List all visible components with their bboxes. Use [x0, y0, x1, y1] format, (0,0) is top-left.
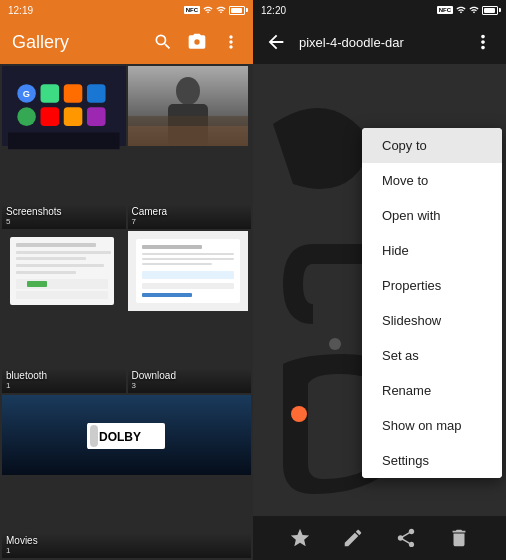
edit-icon[interactable] — [342, 527, 364, 549]
status-icons-right: NFC — [437, 5, 498, 15]
status-bar-right: 12:20 NFC — [253, 0, 506, 20]
more-vert-icon[interactable] — [221, 32, 241, 52]
more-vert-photo-icon[interactable] — [472, 31, 494, 53]
movies-thumb: DOLBY — [2, 395, 251, 479]
photo-header: pixel-4-doodle-dar — [253, 20, 506, 64]
list-item[interactable]: Camera 7 — [128, 66, 252, 229]
star-icon[interactable] — [289, 527, 311, 549]
svg-rect-8 — [64, 107, 83, 126]
svg-point-45 — [329, 338, 341, 350]
gallery-title: Gallery — [12, 32, 69, 53]
battery-icon-right — [482, 6, 498, 15]
svg-rect-25 — [16, 291, 108, 299]
list-item[interactable]: DOLBY Movies 1 — [2, 395, 251, 558]
svg-rect-30 — [142, 253, 234, 255]
svg-rect-19 — [16, 243, 96, 247]
download-preview — [128, 231, 248, 311]
svg-rect-3 — [41, 84, 60, 103]
status-bar-left: 12:19 NFC — [0, 0, 253, 20]
download-label: Download — [132, 370, 248, 381]
svg-rect-9 — [87, 107, 106, 126]
menu-item-copy-to[interactable]: Copy to — [362, 128, 502, 163]
svg-point-6 — [17, 107, 36, 126]
menu-item-move-to[interactable]: Move to — [362, 163, 502, 198]
svg-rect-32 — [142, 263, 212, 265]
camera-preview — [128, 66, 248, 146]
gallery-header: Gallery — [0, 20, 253, 64]
camera-count: 7 — [132, 217, 248, 226]
list-item[interactable]: G Screenshots 5 — [2, 66, 126, 229]
bluetooth-preview — [2, 231, 122, 311]
list-item[interactable]: Download 3 — [128, 231, 252, 394]
signal-icon-left — [203, 5, 213, 15]
camera-label: Camera — [132, 206, 248, 217]
bluetooth-label: bluetooth — [6, 370, 122, 381]
svg-text:G: G — [23, 89, 30, 99]
screenshots-count: 5 — [6, 217, 122, 226]
screenshots-thumb: G — [2, 66, 126, 146]
photo-bottom-bar — [253, 516, 506, 560]
svg-rect-21 — [16, 257, 86, 260]
svg-rect-20 — [16, 251, 111, 254]
svg-rect-35 — [142, 293, 192, 297]
menu-item-hide[interactable]: Hide — [362, 233, 502, 268]
time-right: 12:20 — [261, 5, 286, 16]
screenshots-info: Screenshots 5 — [2, 204, 126, 229]
wifi-icon-right — [469, 5, 479, 15]
movies-preview: DOLBY — [2, 395, 251, 475]
download-thumb — [128, 231, 252, 315]
search-icon[interactable] — [153, 32, 173, 52]
delete-icon[interactable] — [448, 527, 470, 549]
share-icon[interactable] — [395, 527, 417, 549]
menu-item-rename[interactable]: Rename — [362, 373, 502, 408]
menu-item-set-as[interactable]: Set as — [362, 338, 502, 373]
svg-rect-26 — [27, 281, 47, 287]
menu-item-show-on-map[interactable]: Show on map — [362, 408, 502, 443]
camera-info: Camera 7 — [128, 204, 252, 229]
bluetooth-info: bluetooth 1 — [2, 368, 126, 393]
time-left: 12:19 — [8, 5, 33, 16]
left-panel: 12:19 NFC Gallery G — [0, 0, 253, 560]
screenshots-preview: G — [8, 72, 120, 152]
context-menu: Copy to Move to Open with Hide Propertie… — [362, 128, 502, 478]
status-icons-left: NFC — [184, 5, 245, 15]
photo-title: pixel-4-doodle-dar — [299, 35, 460, 50]
movies-count: 1 — [6, 546, 247, 555]
svg-rect-34 — [142, 283, 234, 289]
menu-item-properties[interactable]: Properties — [362, 268, 502, 303]
svg-rect-33 — [142, 271, 234, 279]
download-info: Download 3 — [128, 368, 252, 393]
back-icon[interactable] — [265, 31, 287, 53]
bluetooth-count: 1 — [6, 381, 122, 390]
menu-item-open-with[interactable]: Open with — [362, 198, 502, 233]
svg-rect-4 — [64, 84, 83, 103]
right-panel: 12:20 NFC pixel-4-doodle-dar — [253, 0, 506, 560]
download-count: 3 — [132, 381, 248, 390]
wifi-icon-left — [216, 5, 226, 15]
screenshots-label: Screenshots — [6, 206, 122, 217]
svg-rect-7 — [41, 107, 60, 126]
svg-rect-31 — [142, 258, 234, 260]
camera-icon[interactable] — [187, 32, 207, 52]
nfc-badge-right: NFC — [437, 6, 453, 14]
bluetooth-thumb — [2, 231, 126, 315]
svg-point-13 — [176, 77, 200, 105]
menu-item-slideshow[interactable]: Slideshow — [362, 303, 502, 338]
signal-icon-right — [456, 5, 466, 15]
photo-view: Copy to Move to Open with Hide Propertie… — [253, 64, 506, 516]
svg-rect-10 — [8, 132, 120, 149]
svg-rect-41 — [90, 425, 98, 447]
list-item[interactable]: bluetooth 1 — [2, 231, 126, 394]
nfc-badge-left: NFC — [184, 6, 200, 14]
svg-point-46 — [291, 406, 307, 422]
svg-rect-23 — [16, 271, 76, 274]
gallery-header-icons — [153, 32, 241, 52]
svg-rect-16 — [128, 126, 248, 146]
battery-icon-left — [229, 6, 245, 15]
svg-rect-22 — [16, 264, 104, 267]
movies-label: Movies — [6, 535, 247, 546]
movies-info: Movies 1 — [2, 533, 251, 558]
svg-rect-29 — [142, 245, 202, 249]
menu-item-settings[interactable]: Settings — [362, 443, 502, 478]
camera-thumb — [128, 66, 252, 150]
